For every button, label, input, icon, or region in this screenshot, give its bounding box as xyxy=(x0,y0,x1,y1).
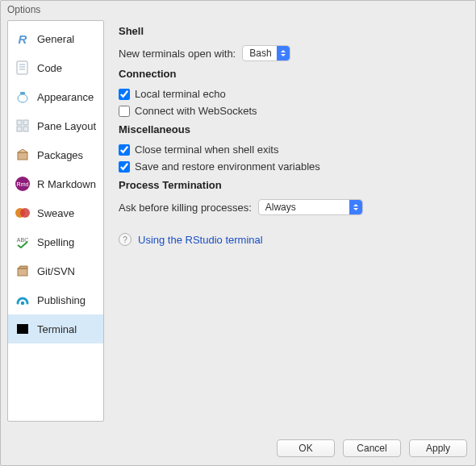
section-connection-title: Connection xyxy=(119,68,461,80)
svg-rect-10 xyxy=(18,152,27,160)
svg-rect-7 xyxy=(23,120,28,125)
svg-rect-20 xyxy=(17,324,28,334)
stepper-icon xyxy=(277,46,290,60)
sidebar-item-git-svn[interactable]: Git/SVN xyxy=(8,256,103,285)
settings-panel: Shell New terminals open with: Bash Conn… xyxy=(104,20,469,425)
ok-button[interactable]: OK xyxy=(277,439,335,457)
svg-marker-18 xyxy=(18,266,27,268)
spelling-icon: ABC xyxy=(15,234,31,250)
local-echo-row: Local terminal echo xyxy=(119,88,461,100)
sidebar-item-label: Code xyxy=(37,62,62,74)
websockets-label: Connect with WebSockets xyxy=(135,105,257,117)
svg-rect-0 xyxy=(17,61,27,74)
local-echo-checkbox[interactable] xyxy=(119,89,130,100)
svg-rect-8 xyxy=(17,127,22,131)
sidebar-item-label: Packages xyxy=(37,149,83,161)
sidebar-item-label: Git/SVN xyxy=(37,265,75,277)
svg-point-15 xyxy=(20,208,30,218)
ask-kill-select[interactable]: Always xyxy=(258,199,363,215)
close-on-exit-checkbox[interactable] xyxy=(119,144,130,156)
local-echo-label: Local terminal echo xyxy=(135,88,226,100)
sidebar-item-label: R Markdown xyxy=(37,178,96,190)
sidebar-item-general[interactable]: RGeneral xyxy=(8,24,103,53)
section-termination-title: Process Termination xyxy=(119,179,461,191)
ask-kill-row: Ask before killing processes: Always xyxy=(119,199,461,215)
help-icon[interactable]: ? xyxy=(119,233,132,246)
sidebar-item-sweave[interactable]: Sweave xyxy=(8,198,103,227)
code-page-icon xyxy=(15,60,31,76)
sidebar-item-appearance[interactable]: Appearance xyxy=(8,82,103,111)
sidebar-item-label: Publishing xyxy=(37,294,86,306)
sweave-icon xyxy=(15,205,31,221)
svg-rect-17 xyxy=(18,268,27,276)
new-terminals-select[interactable]: Bash xyxy=(242,45,290,61)
close-on-exit-label: Close terminal when shell exits xyxy=(135,144,278,156)
new-terminals-value: Bash xyxy=(249,48,271,59)
save-env-label: Save and restore environment variables xyxy=(135,160,320,173)
dialog-title: Options xyxy=(1,1,475,20)
svg-rect-5 xyxy=(20,92,25,94)
sidebar-item-publishing[interactable]: Publishing xyxy=(8,285,103,314)
close-on-exit-row: Close terminal when shell exits xyxy=(119,144,461,156)
options-dialog: Options RGeneralCodeAppearancePane Layou… xyxy=(0,0,476,466)
sidebar-item-label: Sweave xyxy=(37,207,74,219)
appearance-icon xyxy=(15,89,31,105)
terminal-icon xyxy=(15,321,31,337)
sidebar-item-code[interactable]: Code xyxy=(8,53,103,82)
ask-kill-label: Ask before killing processes: xyxy=(119,202,252,214)
sidebar-item-pane-layout[interactable]: Pane Layout xyxy=(8,111,103,140)
box-icon xyxy=(15,147,31,163)
new-terminals-label: New terminals open with: xyxy=(119,48,236,60)
publish-icon xyxy=(15,292,31,308)
svg-rect-9 xyxy=(23,127,28,131)
websockets-checkbox[interactable] xyxy=(119,106,130,117)
svg-rect-6 xyxy=(17,120,22,125)
sidebar-item-label: Pane Layout xyxy=(37,120,96,132)
new-terminals-row: New terminals open with: Bash xyxy=(119,45,461,61)
websockets-row: Connect with WebSockets xyxy=(119,105,461,117)
git-icon xyxy=(15,263,31,279)
help-link[interactable]: Using the RStudio terminal xyxy=(138,234,263,246)
sidebar-item-terminal[interactable]: Terminal xyxy=(8,314,103,343)
rmd-icon: Rmd xyxy=(15,176,31,192)
sidebar-item-label: Spelling xyxy=(37,236,74,248)
sidebar-item-packages[interactable]: Packages xyxy=(8,140,103,169)
svg-point-19 xyxy=(21,302,25,306)
section-shell-title: Shell xyxy=(119,25,461,37)
cancel-button[interactable]: Cancel xyxy=(343,439,401,457)
save-env-checkbox[interactable] xyxy=(119,161,130,173)
dialog-body: RGeneralCodeAppearancePane LayoutPackage… xyxy=(1,20,475,425)
r-logo-icon: R xyxy=(15,31,31,47)
svg-marker-11 xyxy=(18,149,27,152)
svg-text:Rmd: Rmd xyxy=(17,181,29,187)
sidebar-item-spelling[interactable]: ABCSpelling xyxy=(8,227,103,256)
ask-kill-value: Always xyxy=(265,202,296,213)
save-env-row: Save and restore environment variables xyxy=(119,160,461,173)
sidebar-item-label: General xyxy=(37,33,74,45)
apply-button[interactable]: Apply xyxy=(409,439,467,457)
dialog-footer: OK Cancel Apply xyxy=(277,439,467,457)
section-misc-title: Miscellaneous xyxy=(119,123,461,135)
category-sidebar: RGeneralCodeAppearancePane LayoutPackage… xyxy=(7,20,104,422)
help-row: ? Using the RStudio terminal xyxy=(119,233,461,246)
sidebar-item-r-markdown[interactable]: RmdR Markdown xyxy=(8,169,103,198)
sidebar-item-label: Appearance xyxy=(37,91,94,103)
panes-icon xyxy=(15,118,31,134)
svg-point-4 xyxy=(18,94,27,102)
sidebar-item-label: Terminal xyxy=(37,323,77,335)
stepper-icon xyxy=(349,200,362,214)
